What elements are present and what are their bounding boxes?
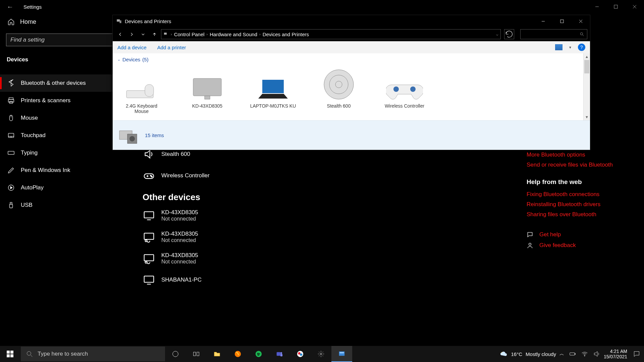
view-options-button[interactable] [555, 44, 562, 50]
breadcrumb[interactable]: Devices and Printers [263, 32, 309, 37]
cortana-button[interactable] [165, 346, 186, 362]
taskbar-search[interactable]: Type here to search [21, 347, 165, 361]
taskbar: Type here to search 16°C Mostly cloudy ︿… [0, 346, 644, 362]
teams-button[interactable] [269, 346, 290, 362]
nav-history[interactable] [138, 29, 148, 39]
media-device-icon [143, 231, 155, 243]
file-explorer-button[interactable] [207, 346, 227, 362]
device-item[interactable]: KD-43XD8305 [184, 67, 231, 114]
task-view-button[interactable] [186, 346, 207, 362]
nav-back[interactable] [115, 29, 125, 39]
scrollbar[interactable]: ▲ ▼ [583, 53, 590, 120]
item-count: 15 items [145, 132, 164, 138]
help-link[interactable]: Sharing files over Bluetooth [527, 211, 627, 218]
group-label: Devices [122, 57, 140, 62]
devices-group-header[interactable]: ⌄ Devices (5) [117, 55, 585, 64]
breadcrumb[interactable]: Control Panel [174, 32, 205, 37]
maximize-button[interactable] [606, 0, 625, 13]
help-link[interactable]: Reinstalling Bluetooth drivers [527, 201, 627, 208]
help-link[interactable]: Fixing Bluetooth connections [527, 191, 627, 198]
cp-statusbar: 15 items [113, 120, 590, 150]
search-icon [580, 32, 584, 37]
nav-usb[interactable]: USB [0, 196, 132, 214]
nav-label: Typing [21, 149, 38, 156]
other-device-row[interactable]: SHABANA1-PC [143, 274, 210, 286]
back-button[interactable]: ← [7, 3, 13, 11]
svg-point-57 [27, 352, 31, 356]
close-button[interactable] [571, 15, 590, 27]
cp-search[interactable] [520, 29, 587, 39]
nav-label: AutoPlay [21, 184, 44, 191]
your-phone-button[interactable] [290, 346, 311, 362]
device-status: Not connected [161, 259, 198, 265]
nav-autoplay[interactable]: AutoPlay [0, 179, 132, 196]
clock[interactable]: 4:21 AM 15/07/2021 [604, 349, 629, 359]
monitor-icon [184, 67, 231, 101]
help-button[interactable]: ? [578, 44, 585, 51]
spotify-button[interactable] [248, 346, 269, 362]
monitor-icon [143, 209, 155, 222]
start-button[interactable] [0, 346, 20, 362]
device-item[interactable]: Stealth 600 [315, 67, 362, 114]
tray-overflow[interactable]: ︿ [559, 351, 564, 357]
svg-point-63 [256, 351, 262, 357]
maximize-button[interactable] [552, 15, 571, 27]
settings-search[interactable] [6, 34, 126, 46]
device-status: Not connected [161, 216, 198, 222]
get-help-link[interactable]: Get help [527, 231, 627, 238]
audio-device-row[interactable]: Wireless Controller [143, 169, 210, 182]
add-printer-link[interactable]: Add a printer [157, 45, 186, 50]
action-center-button[interactable] [629, 350, 644, 358]
battery-icon[interactable] [569, 350, 576, 358]
device-item[interactable]: 2.4G Keyboard Mouse [118, 67, 165, 114]
volume-icon[interactable] [593, 350, 600, 358]
nav-label: Mouse [21, 115, 38, 121]
nav-up[interactable] [150, 29, 159, 39]
device-item[interactable]: LAPTOP-M0JTKS KU [250, 67, 297, 114]
other-device-row[interactable]: KD-43XD8305Not connected [143, 231, 210, 243]
refresh-button[interactable] [504, 29, 514, 39]
control-panel-button[interactable] [331, 346, 352, 362]
svg-point-41 [580, 33, 583, 35]
printer-icon [7, 97, 15, 104]
other-device-row[interactable]: KD-43XD8305Not connected [143, 252, 210, 265]
related-link[interactable]: More Bluetooth options [527, 152, 627, 158]
device-item[interactable]: Wireless Controller [381, 67, 428, 114]
scroll-down[interactable]: ▼ [584, 114, 590, 120]
firefox-button[interactable] [227, 346, 248, 362]
cp-titlebar[interactable]: Devices and Printers [113, 15, 590, 27]
svg-point-56 [129, 136, 135, 141]
breadcrumb[interactable]: Hardware and Sound [210, 32, 257, 37]
weather-widget[interactable]: 16°C Mostly cloudy [500, 350, 556, 358]
nav-pen[interactable]: Pen & Windows Ink [0, 162, 132, 179]
chevron-down-icon[interactable]: ▼ [569, 46, 572, 49]
related-link[interactable]: Send or receive files via Bluetooth [527, 162, 627, 168]
svg-point-59 [173, 351, 178, 357]
minimize-button[interactable] [588, 0, 606, 13]
address-bar[interactable]: › Control Panel › Hardware and Sound › D… [161, 29, 501, 39]
chevron-down-icon: ⌄ [117, 57, 120, 62]
device-label: LAPTOP-M0JTKS KU [250, 103, 297, 109]
svg-rect-4 [9, 98, 13, 100]
device-label: Wireless Controller [381, 103, 428, 109]
weather-icon [500, 350, 508, 358]
settings-button[interactable] [311, 346, 331, 362]
nav-label: Bluetooth & other devices [21, 80, 86, 86]
svg-rect-29 [144, 255, 154, 261]
close-button[interactable] [625, 0, 644, 13]
svg-rect-25 [144, 212, 154, 218]
scroll-up[interactable]: ▲ [584, 53, 590, 60]
scroll-thumb[interactable] [584, 60, 589, 73]
svg-point-65 [280, 352, 282, 354]
chevron-down-icon[interactable]: ⌵ [496, 32, 498, 37]
help-heading: Help from the web [527, 178, 627, 186]
svg-point-23 [150, 175, 151, 176]
wifi-icon[interactable] [581, 350, 588, 358]
other-device-row[interactable]: KD-43XD8305Not connected [143, 209, 210, 222]
nav-forward[interactable] [127, 29, 136, 39]
minimize-button[interactable] [534, 15, 552, 27]
give-feedback-link[interactable]: Give feedback [527, 242, 627, 249]
add-device-link[interactable]: Add a device [117, 45, 147, 50]
content-column: Audio Stealth 600 Wireless Controller Ot… [143, 131, 210, 295]
autoplay-icon [7, 184, 15, 191]
